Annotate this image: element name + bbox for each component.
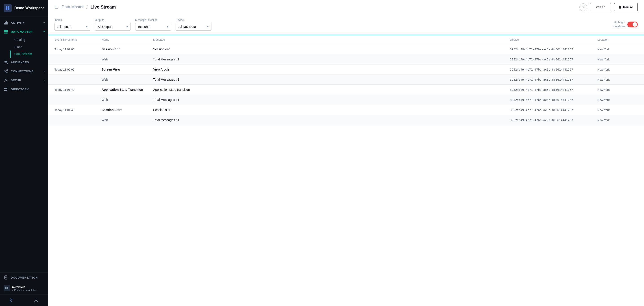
row-message: Application state transition — [153, 88, 508, 91]
inputs-select[interactable]: All Inputs ▾ — [54, 23, 90, 31]
main-content: ☰ Data Master / Live Stream ? Clear Paus… — [48, 0, 644, 306]
direction-chevron-icon: ▾ — [167, 25, 168, 28]
col-header-name: Name — [102, 38, 151, 41]
inputs-value: All Inputs — [58, 25, 84, 29]
sidebar-item-activity[interactable]: ACTIVITY ▾ — [0, 18, 48, 27]
svg-point-18 — [5, 80, 6, 81]
row-timestamp: Today 11:02:05 — [54, 48, 99, 51]
svg-point-14 — [7, 70, 8, 71]
table-row[interactable]: Today 11:02:05 Screen View View Article … — [48, 64, 644, 75]
row-event-name: Session End — [102, 47, 151, 51]
sidebar-item-documentation[interactable]: DOCUMENTATION — [0, 273, 48, 282]
user-icon-button[interactable] — [24, 295, 48, 306]
row-message: Session end — [153, 47, 508, 51]
sub-row-device: 3952fc49-4b71-47be-ac3e-8c5614441267 — [510, 58, 595, 61]
device-chevron-icon: ▾ — [207, 25, 208, 28]
table-sub-row[interactable]: Web Total Messages : 1 3952fc49-4b71-47b… — [48, 115, 644, 125]
inputs-filter-group: Inputs All Inputs ▾ — [54, 19, 90, 31]
svg-rect-27 — [5, 287, 6, 289]
svg-point-13 — [4, 71, 5, 72]
row-timestamp: Today 11:01:40 — [54, 88, 99, 91]
svg-rect-4 — [4, 23, 5, 25]
col-header-location: Location — [597, 38, 638, 41]
chevron-down-icon: ▾ — [44, 22, 45, 24]
row-message: View Article — [153, 68, 508, 71]
row-timestamp: Today 11:01:40 — [54, 108, 99, 112]
user-sub: mParticle - Default Ac... — [12, 289, 38, 291]
workspace-name: Demo Workspace — [14, 6, 44, 10]
sidebar: Demo Workspace ACTIVITY ▾ — [0, 0, 48, 306]
app-icon — [4, 4, 12, 12]
pause-button[interactable]: Pause — [614, 3, 638, 11]
sidebar-item-live-stream[interactable]: Live Stream — [10, 51, 48, 58]
svg-line-16 — [5, 70, 7, 71]
device-select[interactable]: All Dev Data ▾ — [176, 23, 212, 31]
table-row-group: Today 11:01:40 Application State Transit… — [48, 85, 644, 105]
row-event-name: Screen View — [102, 68, 151, 71]
data-master-icon — [4, 30, 8, 34]
table-sub-row[interactable]: Web Total Messages : 1 3952fc49-4b71-47b… — [48, 54, 644, 64]
user-org-icon — [4, 285, 10, 291]
svg-point-11 — [4, 61, 6, 62]
sidebar-item-plans[interactable]: Plans — [11, 43, 48, 51]
sidebar-item-setup[interactable]: SETUP ▾ — [0, 76, 48, 85]
chevron-down-icon: ▾ — [44, 79, 45, 82]
topbar-actions: ? Clear Pause — [580, 3, 638, 11]
chevron-down-icon: ▾ — [44, 31, 45, 33]
sidebar-item-directory[interactable]: DIRECTORY — [0, 85, 48, 94]
menu-icon[interactable]: ☰ — [54, 5, 58, 10]
svg-rect-28 — [7, 287, 8, 289]
audiences-icon — [4, 60, 8, 64]
svg-rect-1 — [8, 6, 10, 8]
help-button[interactable]: ? — [580, 3, 587, 11]
page-title: Live Stream — [90, 5, 116, 10]
footer-icon-bar — [0, 294, 48, 306]
table-row[interactable]: Today 11:02:05 Session End Session end 3… — [48, 44, 644, 54]
grid-icon-button[interactable] — [0, 295, 24, 306]
table-sub-row[interactable]: Web Total Messages : 1 3952fc49-4b71-47b… — [48, 75, 644, 84]
highlight-violations-toggle[interactable] — [628, 22, 638, 27]
live-stream-table: Event Timestamp Name Message Device Loca… — [48, 35, 644, 306]
table-row[interactable]: Today 11:01:40 Application State Transit… — [48, 85, 644, 95]
svg-rect-5 — [5, 22, 6, 25]
direction-select[interactable]: Inbound ▾ — [135, 23, 171, 31]
sub-row-device: 3952fc49-4b71-47be-ac3e-8c5614441267 — [510, 78, 595, 81]
setup-icon — [4, 78, 8, 82]
clear-button[interactable]: Clear — [590, 3, 611, 11]
table-header: Event Timestamp Name Message Device Loca… — [48, 35, 644, 44]
svg-rect-10 — [4, 33, 8, 34]
inputs-chevron-icon: ▾ — [86, 25, 88, 28]
outputs-select[interactable]: All Outputs ▾ — [95, 23, 131, 31]
device-label: Device — [176, 19, 212, 22]
sidebar-item-audiences[interactable]: AUDIENCES — [0, 58, 48, 67]
documentation-icon — [4, 275, 8, 280]
sub-row-name: Web — [102, 98, 151, 102]
table-row[interactable]: Today 11:01:40 Session Start Session sta… — [48, 105, 644, 115]
user-name: mParticle — [12, 285, 38, 289]
row-device: 3952fc49-4b71-47be-ac3e-8c5614441267 — [510, 88, 595, 91]
row-event-name: Application State Transition — [102, 88, 151, 91]
pause-label: Pause — [623, 5, 633, 9]
sidebar-item-connections[interactable]: CONNECTIONS ▾ — [0, 67, 48, 76]
sidebar-item-setup-label: SETUP — [11, 79, 21, 82]
row-device: 3952fc49-4b71-47be-ac3e-8c5614441267 — [510, 48, 595, 51]
sidebar-footer: DOCUMENTATION mParticle mParticle - Defa… — [0, 272, 48, 306]
direction-filter-group: Message Direction Inbound ▾ — [135, 19, 171, 31]
row-location: New York — [597, 48, 638, 51]
data-master-sub-nav: Catalog Plans Live Stream — [0, 36, 48, 58]
svg-rect-20 — [6, 88, 8, 89]
user-info: mParticle mParticle - Default Ac... — [12, 285, 38, 291]
sidebar-item-catalog[interactable]: Catalog — [11, 36, 48, 43]
sub-row-location: New York — [597, 118, 638, 122]
filter-bar: Inputs All Inputs ▾ Outputs All Outputs … — [48, 14, 644, 35]
connections-icon — [4, 69, 8, 73]
sub-row-name: Web — [102, 78, 151, 81]
table-sub-row[interactable]: Web Total Messages : 1 3952fc49-4b71-47b… — [48, 95, 644, 105]
sub-row-location: New York — [597, 58, 638, 61]
sidebar-item-data-master[interactable]: DATA MASTER ▾ — [0, 27, 48, 36]
highlight-label: HighlightViolations — [612, 21, 625, 28]
sidebar-item-directory-label: DIRECTORY — [11, 88, 29, 91]
device-filter-group: Device All Dev Data ▾ — [176, 19, 212, 31]
table-row-group: Today 11:01:40 Session Start Session sta… — [48, 105, 644, 125]
sub-row-location: New York — [597, 98, 638, 102]
